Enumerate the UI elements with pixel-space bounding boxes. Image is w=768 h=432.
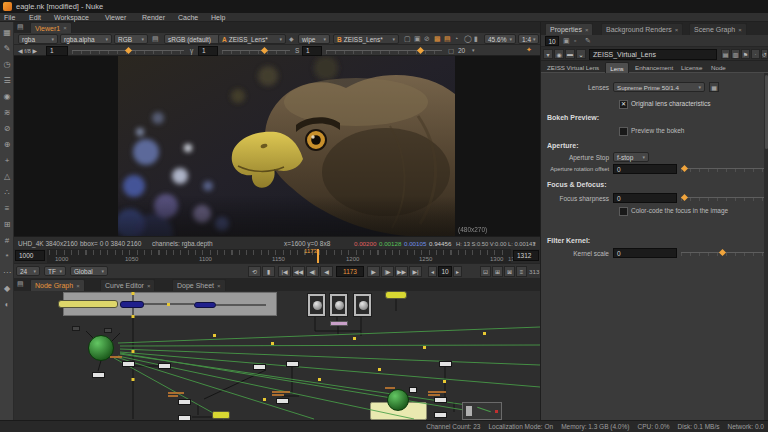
gamma-input[interactable]: 1	[198, 46, 218, 56]
zoom-level-dropdown[interactable]: 45.6%▾	[484, 34, 516, 44]
lock-range-icon[interactable]: ⊠	[504, 266, 515, 277]
gain-input[interactable]: 1	[46, 46, 68, 56]
node-white[interactable]	[158, 363, 171, 369]
node-navy-1[interactable]	[120, 301, 144, 308]
lock-panels-icon[interactable]: ▣	[563, 37, 570, 45]
minimize-panel-button[interactable]: ▬	[565, 49, 575, 59]
copy-knobs-button[interactable]: ▤	[721, 49, 730, 59]
update-icon[interactable]: ◯	[464, 35, 472, 43]
info-caret-icon[interactable]: ▾	[533, 240, 536, 246]
increment-frame-button[interactable]: ▸	[453, 266, 462, 277]
toolsets-tools-icon[interactable]: *	[0, 250, 14, 262]
range-start-input[interactable]: 1000	[15, 250, 45, 261]
center-node-button[interactable]: ◉	[554, 49, 564, 59]
other-tools-icon[interactable]: ⋯	[0, 266, 14, 278]
panel-menu-icon[interactable]: ▤	[17, 280, 24, 288]
close-icon[interactable]: ×	[675, 27, 679, 33]
node-graph-minimap[interactable]	[462, 402, 502, 420]
downrez-icon[interactable]: ▢	[448, 47, 454, 55]
step-forward-button[interactable]: |▶	[381, 266, 394, 277]
node-thumbnail-3[interactable]	[353, 293, 372, 317]
memory-icon[interactable]: ≡	[516, 266, 527, 277]
scrollbar-thumb[interactable]	[765, 75, 768, 149]
close-icon[interactable]: ×	[738, 27, 742, 33]
menu-edit[interactable]: Edit	[29, 14, 41, 21]
tab-node-graph[interactable]: Node Graph×	[30, 279, 85, 291]
node-white[interactable]	[286, 361, 299, 367]
image-tools-icon[interactable]: ▦	[0, 26, 14, 38]
ipr-button[interactable]: ▮	[262, 266, 275, 277]
node-small-dark-2[interactable]	[104, 328, 112, 333]
node-yellow-2[interactable]	[385, 291, 407, 299]
transform-tools-icon[interactable]: +	[0, 154, 14, 166]
node-white[interactable]	[409, 387, 417, 393]
deep-tools-icon[interactable]: ≡	[0, 202, 14, 214]
loop-mode-button[interactable]: ⟲	[248, 266, 261, 277]
frame-increment-input[interactable]: 10	[438, 266, 452, 277]
metadata-tools-icon[interactable]: #	[0, 234, 14, 246]
tab-background-renders[interactable]: Background Renders×	[601, 23, 683, 35]
step-back-button[interactable]: ◀|	[306, 266, 319, 277]
aperture-stop-dropdown[interactable]: f-stop▾	[613, 152, 649, 162]
downrez-value[interactable]: 20	[458, 47, 465, 54]
node-yellow-long[interactable]	[58, 300, 118, 308]
cache-range-icon[interactable]: ⊞	[492, 266, 503, 277]
aperture-rotation-slider[interactable]	[681, 164, 765, 174]
max-panels-input[interactable]: 10	[545, 36, 559, 46]
sample-cursor-icon[interactable]: ✦	[526, 46, 532, 54]
viewer-canvas[interactable]: (480x270)	[14, 56, 540, 236]
proxy-toggle-icon[interactable]: ▤	[444, 35, 451, 43]
goto-start-button[interactable]: |◀	[278, 266, 291, 277]
fps-dropdown[interactable]: 24▾	[16, 266, 40, 276]
flag-button[interactable]: ⚑	[741, 49, 750, 59]
play-backward-fast-button[interactable]: ◀◀	[292, 266, 305, 277]
time-tools-icon[interactable]: ◷	[0, 58, 14, 70]
panel-dropdown-button[interactable]: ▾	[543, 49, 553, 59]
node-small-dark-1[interactable]	[72, 326, 80, 331]
close-icon[interactable]: ×	[147, 283, 151, 289]
3d-tools-icon[interactable]: △	[0, 170, 14, 182]
fullscreen-icon[interactable]: ▢	[404, 35, 411, 43]
alpha-channel-dropdown[interactable]: rgba.alpha▾	[60, 34, 112, 44]
tab-zeiss-virtual-lens[interactable]: ZEISS Virtual Lens	[547, 64, 599, 71]
merge-tools-icon[interactable]: ⊕	[0, 138, 14, 150]
original-lens-checkbox[interactable]: ✕	[619, 100, 628, 109]
properties-scrollbar[interactable]	[764, 73, 768, 420]
node-white[interactable]	[439, 361, 452, 367]
node-color-button[interactable]: ⌄	[576, 49, 586, 59]
menu-help[interactable]: Help	[211, 14, 225, 21]
clear-panels-icon[interactable]: ▫	[574, 37, 576, 44]
node-white[interactable]	[178, 399, 191, 405]
saturation-slider[interactable]	[326, 46, 442, 56]
playhead[interactable]	[317, 249, 319, 263]
node-white[interactable]	[276, 398, 289, 404]
tab-enhancement[interactable]: Enhancement	[635, 64, 673, 71]
node-white[interactable]	[253, 364, 266, 370]
clipping-warning-icon[interactable]: ⊘	[424, 35, 430, 43]
refresh-icon[interactable]: ◔	[454, 35, 458, 42]
downscale-dropdown[interactable]: 1:4▾	[518, 34, 539, 44]
kernel-scale-slider[interactable]	[681, 248, 765, 258]
swap-inputs-icon[interactable]: ◆	[289, 35, 294, 42]
menu-render[interactable]: Render	[142, 14, 165, 21]
node-white[interactable]	[434, 397, 447, 403]
tab-scene-graph[interactable]: Scene Graph×	[689, 23, 747, 35]
node-3d-sphere-2[interactable]	[387, 389, 409, 411]
gain-stops-control[interactable]: ◀ f/8 ▶	[18, 47, 37, 54]
node-graph-canvas[interactable]	[14, 291, 540, 420]
tab-lens[interactable]: Lens	[605, 62, 629, 73]
aperture-rotation-input[interactable]: 0	[613, 164, 677, 174]
channel-tools-icon[interactable]: ☰	[0, 74, 14, 86]
node-navy-2[interactable]	[194, 302, 216, 308]
timeline-ruler[interactable]: 1000 1050 1100 1150 1200 1250 1300 1312 …	[47, 249, 511, 263]
current-frame-input[interactable]: 1173	[336, 266, 364, 277]
saturation-input[interactable]: 1	[302, 46, 322, 56]
goto-end-button[interactable]: ▶|	[409, 266, 422, 277]
gain-slider[interactable]	[72, 46, 184, 56]
tab-node[interactable]: Node	[711, 64, 726, 71]
play-forward-fast-button[interactable]: ▶▶	[395, 266, 408, 277]
node-white[interactable]	[92, 372, 105, 378]
tab-curve-editor[interactable]: Curve Editor×	[100, 279, 155, 291]
downrez-caret-icon[interactable]: ▾	[472, 47, 475, 53]
particles-tools-icon[interactable]: ∴	[0, 186, 14, 198]
